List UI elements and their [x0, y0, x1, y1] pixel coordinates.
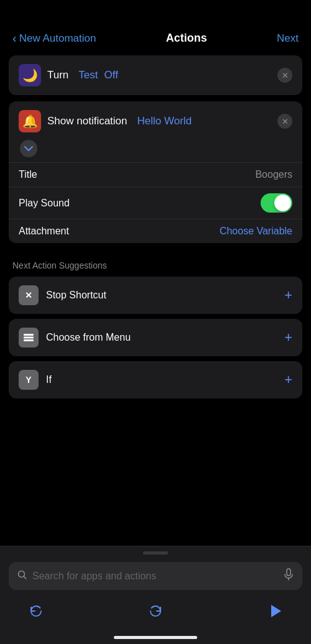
search-input[interactable]: Search for apps and actions	[32, 571, 279, 582]
chevron-left-icon: ‹	[12, 31, 17, 45]
notification-action-card: 🔔 Show notification Hello World ✕ Title …	[9, 101, 302, 243]
suggestions-label: Next Action Suggestions	[0, 249, 311, 277]
notification-param[interactable]: Hello World	[137, 115, 192, 127]
bottom-actions	[0, 597, 311, 632]
menu-icon-svg	[23, 333, 34, 342]
notification-action-left: 🔔 Show notification Hello World	[19, 110, 192, 132]
search-bar[interactable]: Search for apps and actions	[9, 562, 302, 590]
toggle-thumb	[274, 195, 291, 211]
attachment-label: Attachment	[19, 226, 69, 237]
bell-icon: 🔔	[19, 110, 41, 132]
svg-rect-2	[24, 339, 34, 341]
svg-rect-1	[24, 337, 34, 339]
back-button[interactable]: ‹ New Automation	[12, 31, 96, 45]
attachment-row: Attachment Choose Variable	[9, 219, 302, 243]
choose-from-menu-add-button[interactable]: +	[284, 329, 292, 346]
next-button[interactable]: Next	[277, 32, 299, 45]
moon-icon: 🌙	[19, 64, 41, 86]
mic-icon[interactable]	[284, 568, 294, 584]
notification-chevron-row	[9, 140, 302, 162]
play-sound-label: Play Sound	[19, 198, 70, 209]
redo-button[interactable]	[144, 600, 167, 622]
stop-shortcut-label: Stop Shortcut	[46, 290, 106, 301]
play-button[interactable]	[264, 600, 286, 622]
turn-action-title: Turn	[47, 69, 68, 81]
home-indicator	[114, 636, 197, 639]
svg-rect-5	[287, 569, 290, 576]
choose-from-menu-icon	[19, 328, 39, 347]
back-label: New Automation	[19, 32, 96, 45]
turn-action-card: 🌙 Turn Test Off ✕	[9, 55, 302, 95]
title-label: Title	[19, 169, 37, 180]
if-suggestion[interactable]: Y If +	[9, 361, 302, 398]
play-sound-row: Play Sound	[9, 186, 302, 219]
title-value[interactable]: Boogers	[255, 169, 292, 180]
svg-line-4	[24, 576, 27, 579]
notification-header: 🔔 Show notification Hello World ✕	[9, 101, 302, 137]
notification-close-button[interactable]: ✕	[277, 114, 292, 129]
turn-param1[interactable]: Test	[78, 69, 98, 81]
choose-from-menu-suggestion[interactable]: Choose from Menu +	[9, 319, 302, 356]
drag-handle	[143, 551, 168, 554]
svg-marker-7	[271, 605, 281, 617]
chevron-down-icon	[24, 145, 33, 152]
undo-button[interactable]	[25, 600, 47, 622]
bottom-bar: Search for apps and actions	[0, 546, 311, 644]
turn-action-left: 🌙 Turn Test Off	[19, 64, 118, 86]
stop-shortcut-suggestion[interactable]: ✕ Stop Shortcut +	[9, 277, 302, 314]
turn-action-row: 🌙 Turn Test Off ✕	[19, 64, 292, 86]
play-sound-toggle[interactable]	[261, 193, 292, 213]
stop-shortcut-left: ✕ Stop Shortcut	[19, 285, 106, 305]
if-add-button[interactable]: +	[284, 372, 292, 388]
choose-variable-button[interactable]: Choose Variable	[220, 226, 292, 237]
svg-rect-0	[24, 334, 34, 336]
if-label: If	[46, 374, 52, 385]
choose-from-menu-left: Choose from Menu	[19, 328, 131, 347]
if-icon: Y	[19, 370, 39, 390]
header: ‹ New Automation Actions Next	[0, 0, 311, 55]
choose-from-menu-label: Choose from Menu	[46, 332, 131, 343]
stop-shortcut-icon: ✕	[19, 285, 39, 305]
turn-param2[interactable]: Off	[104, 69, 118, 81]
if-left: Y If	[19, 370, 52, 390]
notification-title: Show notification	[47, 115, 128, 127]
stop-shortcut-add-button[interactable]: +	[284, 287, 292, 303]
search-icon	[17, 570, 27, 582]
turn-close-button[interactable]: ✕	[277, 68, 292, 83]
notification-title-row: Title Boogers	[9, 162, 302, 186]
header-title: Actions	[166, 32, 207, 45]
notification-expand-button[interactable]	[20, 140, 37, 157]
